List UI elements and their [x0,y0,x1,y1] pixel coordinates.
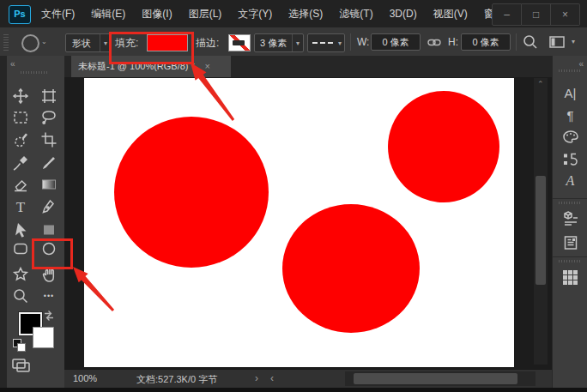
menu-items: 文件(F) 编辑(E) 图像(I) 图层(L) 文字(Y) 选择(S) 滤镜(T… [41,0,521,27]
dock-separator [553,198,587,199]
menu-bar: Ps 文件(F) 编辑(E) 图像(I) 图层(L) 文字(Y) 选择(S) 滤… [0,0,587,28]
stroke-label: 描边: [196,36,219,51]
panel-grip[interactable] [559,260,582,262]
chevron-down-icon[interactable]: ⌄ [41,38,47,45]
document-tab-title: 未标题-1 @ 100%(RGB/8) * [78,61,195,71]
panel-grip[interactable] [559,69,582,72]
swap-colors-icon[interactable] [43,310,55,325]
width-label: W: [357,36,369,48]
background-color-swatch[interactable] [33,327,54,348]
document-tab[interactable]: 未标题-1 @ 100%(RGB/8) * × [71,56,231,77]
eraser-tool-icon[interactable] [10,174,31,195]
styles-panel-icon[interactable] [555,148,585,172]
panel-grip[interactable] [21,71,49,74]
fill-label: 填充: [115,36,138,51]
crop-tool-icon[interactable] [39,130,59,150]
more-tools-icon[interactable]: ••• [39,286,59,306]
paragraph-panel-icon[interactable]: ¶ [555,103,585,127]
panel-grip[interactable] [559,202,582,204]
libraries-panel-icon[interactable] [555,231,585,255]
brush-tool-icon[interactable] [39,153,59,173]
zoom-tool-icon[interactable] [10,286,31,306]
type-tool-icon[interactable]: T [10,197,31,218]
move-tool-icon[interactable] [10,86,31,106]
vertical-scrollbar-thumb[interactable] [536,176,546,285]
stroke-width-value: 3 像素 [255,37,287,50]
red-circle-shape[interactable] [282,204,420,333]
ellipse-tool-preview-icon[interactable] [21,34,39,52]
rectangular-marquee-tool-icon[interactable] [10,107,31,128]
tab-close-icon[interactable]: × [205,56,210,77]
shape-width-field[interactable]: 0 像素 [371,33,421,51]
character-panel-icon[interactable]: A| [555,81,585,105]
glyphs-panel-icon[interactable]: A [555,169,585,193]
chevron-down-icon: ▾ [336,34,344,51]
menu-edit[interactable]: 编辑(E) [91,7,125,21]
pen-tool-icon[interactable] [39,197,59,218]
custom-shape-tool-icon[interactable] [10,264,31,285]
search-icon[interactable] [522,33,539,54]
panel-edge [0,56,7,392]
close-button[interactable]: × [551,3,580,26]
dock-separator [553,256,587,257]
separator [516,33,517,51]
rounded-rectangle-tool-icon[interactable] [10,238,31,259]
menu-filter[interactable]: 滤镜(T) [339,7,372,21]
chevron-down-icon: ▾ [100,34,111,51]
menu-layer[interactable]: 图层(L) [189,7,222,21]
chevron-down-icon[interactable]: ▾ [572,38,575,45]
shape-mode-value: 形状 [66,37,91,50]
link-wh-icon[interactable] [427,36,441,51]
scroll-up-icon[interactable]: ⌃ [537,80,544,88]
menu-image[interactable]: 图像(I) [142,7,172,21]
stroke-type-select[interactable]: ▾ [307,33,345,52]
menu-select[interactable]: 选择(S) [288,7,323,21]
lasso-tool-icon[interactable] [39,107,59,128]
default-colors-icon[interactable] [13,339,25,351]
photoshop-logo-icon: Ps [9,5,31,24]
red-circle-shape[interactable] [114,117,269,268]
grid-panel-icon[interactable] [555,265,585,289]
minimize-button[interactable]: – [492,3,522,26]
document-size-status: 文档:527.3K/0 字节 [136,373,217,386]
dashed-line-icon [308,42,336,44]
artboard-tool-icon[interactable] [39,86,59,106]
stroke-color-swatch[interactable] [228,34,251,51]
zoom-level-field[interactable]: 100% [73,373,97,383]
status-next-icon[interactable]: › [255,372,258,384]
stroke-dash-preview [233,40,245,45]
shape-height-field[interactable]: 0 像素 [461,33,511,51]
window-controls: – □ × [492,3,580,26]
eyedropper-tool-icon[interactable] [10,153,31,173]
path-selection-tool-icon[interactable] [10,220,31,240]
gradient-tool-icon[interactable] [39,174,59,195]
collapse-panel-icon[interactable]: « [10,59,15,69]
status-bar: 100% 文档:527.3K/0 字节 › ‹ [64,369,552,389]
status-prev-icon[interactable]: ‹ [270,372,274,384]
shape-mode-select[interactable]: 形状 ▾ [65,33,112,52]
window-bottom-edge [0,388,587,392]
swatches-panel-icon[interactable] [555,125,585,149]
expand-panels-icon[interactable]: « [578,59,584,69]
workspace-panel-icon[interactable] [549,36,565,51]
menu-type[interactable]: 文字(Y) [238,7,272,21]
red-circle-shape[interactable] [388,91,499,202]
fill-color-swatch[interactable] [147,34,188,51]
screen-mode-icon[interactable] [11,358,33,378]
stroke-width-select[interactable]: 3 像素 ▾ [254,33,304,52]
menu-file[interactable]: 文件(F) [41,7,75,21]
quick-selection-tool-icon[interactable] [10,130,31,150]
maximize-button[interactable]: □ [522,3,551,26]
properties-panel-icon[interactable] [555,207,585,231]
chevron-down-icon: ▾ [292,34,303,51]
options-grip [3,33,9,51]
height-label: H: [448,36,458,48]
menu-view[interactable]: 视图(V) [433,7,468,21]
horizontal-scrollbar-thumb[interactable] [354,373,517,384]
menu-3d[interactable]: 3D(D) [390,8,417,20]
ellipse-tool-icon[interactable] [39,238,59,259]
separator [350,33,351,51]
canvas[interactable] [84,78,514,367]
rectangle-tool-icon[interactable] [39,220,59,240]
hand-tool-icon[interactable] [39,264,59,285]
